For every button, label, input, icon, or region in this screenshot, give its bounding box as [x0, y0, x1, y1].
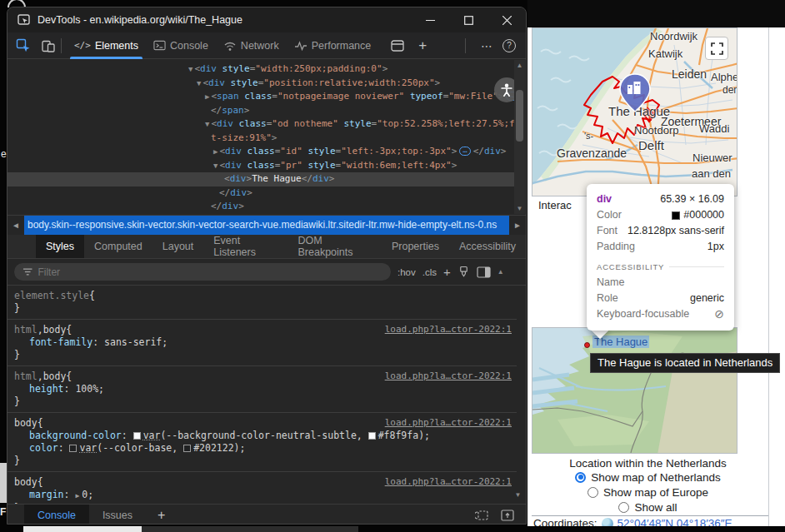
styles-tab-layout[interactable]: Layout	[152, 235, 204, 258]
color-swatch[interactable]	[368, 432, 376, 440]
location-title: Location within the Netherlands	[528, 457, 768, 470]
tab-network[interactable]: Network	[216, 32, 287, 59]
stylesheet-source-link[interactable]: load.php?la…ctor-2022:1	[385, 416, 512, 430]
new-style-rule-icon[interactable]: +	[443, 265, 451, 279]
radio-option[interactable]: Show map of Europe	[528, 485, 768, 500]
stylesheet-source-link[interactable]: load.php?la…ctor-2022:1	[385, 475, 512, 489]
css-rule[interactable]: element.style {}	[8, 286, 517, 320]
more-options-icon[interactable]: ⋯	[481, 39, 492, 52]
breadcrumb[interactable]: body.skin--responsive.skin-vector.skin-v…	[24, 216, 509, 235]
dom-tree-line[interactable]: ▼<div style="width:250px;padding:0">	[8, 62, 514, 77]
scrollbar-thumb[interactable]	[516, 90, 523, 142]
devtools-tabbar: </> Elements Console Network	[8, 32, 526, 59]
expand-ellipsis-badge[interactable]: …	[459, 147, 470, 156]
radio-icon[interactable]	[575, 472, 586, 483]
tab-console[interactable]: Console	[146, 32, 216, 59]
css-value: #f8f9fa);	[378, 430, 430, 441]
code-token: "left:-3px;top:-3px"	[341, 146, 451, 157]
code-token: ▼	[188, 65, 192, 73]
map-place-label: Katwijk	[648, 47, 682, 60]
tab-elements[interactable]: </> Elements	[67, 32, 146, 59]
expand-drawer-icon[interactable]	[501, 510, 514, 521]
dom-tree-line[interactable]: <div>The Hague</div>	[8, 172, 514, 186]
close-button[interactable]	[488, 7, 526, 32]
css-selector: body	[14, 416, 38, 430]
row-value: 12.8128px sans-serif	[628, 223, 724, 239]
tab-label: Elements	[95, 40, 138, 52]
color-swatch[interactable]	[133, 432, 141, 440]
expand-shorthand-icon[interactable]: ▶	[75, 492, 79, 500]
css-rule[interactable]: body {load.php?la…ctor-2022:1margin: ▶0;…	[8, 472, 517, 504]
css-rule[interactable]: html, body {load.php?la…ctor-2022:1font-…	[8, 320, 517, 366]
styles-tab-event-listeners[interactable]: Event Listeners	[203, 235, 288, 258]
radio-option[interactable]: Show all	[528, 500, 768, 515]
styles-tab-styles[interactable]: Styles	[36, 235, 84, 258]
minimize-button[interactable]	[411, 7, 449, 32]
filter-box[interactable]	[14, 263, 391, 281]
css-property[interactable]: color: var(--color-base, #202122);	[14, 442, 512, 455]
dom-tree-line[interactable]: ▼<div class="od notheme" style="top:52.2…	[8, 117, 514, 132]
color-swatch[interactable]	[69, 445, 77, 452]
dom-tree-line[interactable]: t-size:91%">	[8, 132, 514, 146]
code-token: span	[222, 105, 244, 116]
styles-tab-properties[interactable]: Properties	[382, 235, 449, 258]
css-property[interactable]: font-family: sans-serif;	[14, 336, 512, 349]
row-label: Keyboard-focusable	[597, 306, 689, 322]
styles-tab-accessibility[interactable]: Accessibility	[449, 235, 526, 258]
css-property[interactable]: margin: ▶0;	[14, 489, 512, 502]
drawer-tab-issues[interactable]: Issues	[89, 505, 146, 525]
css-rule[interactable]: html, body {load.php?la…ctor-2022:1heigh…	[8, 366, 517, 413]
computed-sidebar-icon[interactable]	[477, 266, 491, 278]
dom-tree-line[interactable]: ▼<div class="pr" style="width:6em;left:4…	[8, 159, 514, 173]
class-toggle[interactable]: .cls	[422, 267, 437, 277]
scroll-down-icon[interactable]: ▼	[514, 205, 525, 212]
code-token: class	[248, 160, 275, 171]
radio-icon[interactable]	[618, 502, 629, 513]
rendering-brush-icon[interactable]	[458, 266, 470, 279]
maximize-button[interactable]	[449, 7, 488, 32]
styles-tab-computed[interactable]: Computed	[84, 235, 152, 258]
radio-option[interactable]: Show map of Netherlands	[528, 470, 768, 485]
dom-tree-line[interactable]: </div>	[8, 200, 514, 214]
pseudo-state-toggle[interactable]: :hov	[398, 267, 416, 277]
styles-tab-dom-breakpoints[interactable]: DOM Breakpoints	[288, 235, 382, 258]
device-toolbar-icon[interactable]	[41, 38, 56, 53]
map-place-label: Gravenzande	[557, 147, 627, 160]
scroll-up-icon[interactable]: ▲	[514, 62, 525, 69]
css-rule[interactable]: body {load.php?la…ctor-2022:1background-…	[8, 413, 517, 472]
inspect-element-icon[interactable]	[16, 38, 31, 53]
color-swatch[interactable]	[183, 445, 191, 452]
drawer-tab-console[interactable]: Console	[24, 505, 89, 525]
dock-drawer-icon[interactable]	[475, 510, 489, 521]
add-tab-icon[interactable]: +	[418, 37, 427, 54]
interactive-map[interactable]: NoordwijkKatwijkLeidenAlphedenThe HagueZ…	[532, 27, 738, 196]
dom-tree-line[interactable]: </div>	[8, 186, 514, 201]
styles-tab-strip: StylesComputedLayoutEvent ListenersDOM B…	[8, 235, 526, 259]
dom-tree-line[interactable]: ▶<div class="id" style="left:-3px;top:-3…	[8, 145, 514, 159]
help-icon[interactable]: ?	[502, 39, 516, 52]
relief-map[interactable]: The Hague	[532, 327, 738, 454]
tab-performance[interactable]: Performance	[287, 32, 379, 59]
breadcrumb-left-icon[interactable]: ◄	[8, 216, 24, 235]
radio-icon[interactable]	[588, 487, 598, 498]
scroll-down-icon[interactable]: ▼	[512, 491, 523, 499]
code-token	[404, 91, 410, 102]
dom-tree-line[interactable]: ▼<div style="position:relative;width:250…	[8, 77, 514, 91]
scroll-up-icon[interactable]: ▲	[498, 268, 504, 276]
code-token: >	[452, 146, 458, 157]
map-marker-pin[interactable]	[619, 73, 651, 112]
code-token: ▶	[213, 147, 218, 156]
elements-scrollbar[interactable]: ▲ ▼	[514, 60, 525, 214]
filter-input[interactable]	[38, 266, 382, 278]
css-property[interactable]: height: 100%;	[14, 383, 512, 395]
devtools-titlebar[interactable]: DevTools - en.wikipedia.org/wiki/The_Hag…	[8, 7, 526, 32]
dom-tree-line[interactable]: ▶<span class="notpageimage noviewer" typ…	[8, 90, 514, 104]
breadcrumb-right-icon[interactable]: ►	[509, 216, 526, 235]
dom-tree-line[interactable]: </span>	[8, 104, 514, 118]
more-tools-panel-icon[interactable]	[390, 39, 405, 52]
css-property[interactable]: background-color: var(--background-color…	[14, 430, 512, 442]
stylesheet-source-link[interactable]: load.php?la…ctor-2022:1	[385, 323, 512, 336]
stylesheet-source-link[interactable]: load.php?la…ctor-2022:1	[385, 370, 512, 383]
fullscreen-button[interactable]	[705, 37, 728, 60]
add-drawer-tab-icon[interactable]: +	[158, 508, 165, 523]
